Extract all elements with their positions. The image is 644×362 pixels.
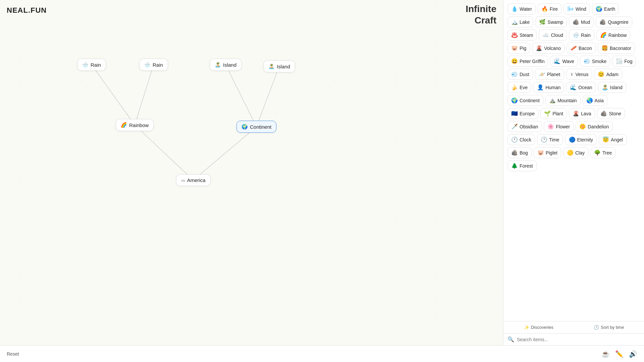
sidebar-item-label: Venus [576, 72, 589, 77]
sidebar-item[interactable]: 🌼Dandelion [576, 121, 612, 132]
sidebar-item-emoji: 🌍 [596, 6, 602, 12]
sidebar-item[interactable]: 🌈Rainbow [596, 29, 630, 41]
sidebar-item[interactable]: 🌊Ocean [566, 82, 596, 93]
search-icon: 🔍 [507, 336, 514, 343]
sidebar-item[interactable]: 🏔️Lake [507, 16, 533, 27]
sidebar-item-emoji: 🌊 [570, 84, 577, 90]
sidebar-item[interactable]: 🐷Piglet [534, 147, 561, 158]
sidebar-item[interactable]: 🪐Planet [535, 69, 564, 80]
sidebar-item-label: Eve [520, 85, 528, 90]
canvas-area[interactable]: NEAL.FUN Infinite Craft 🌧️Rain🌧️Rain🏝️Is… [0, 0, 503, 345]
sidebar-item[interactable]: 🌸Flower [544, 121, 574, 132]
sidebar-item[interactable]: 🪨Mud [569, 16, 594, 27]
sidebar-item-emoji: ⛰️ [549, 97, 556, 104]
sidebar-item-label: Mountain [557, 98, 577, 103]
sidebar-item-label: Ocean [578, 85, 592, 90]
bottom-icon-2[interactable]: 🔊 [629, 350, 637, 358]
canvas-node-continent[interactable]: 🌍Continent [236, 121, 276, 133]
sidebar-item-label: Cloud [551, 33, 563, 38]
sidebar-item-emoji: 🌋 [536, 45, 542, 51]
sidebar-item[interactable]: 💧Water [507, 3, 536, 14]
sidebar-item-emoji: 💨 [511, 71, 518, 77]
sidebar-item[interactable]: 💨Smoke [580, 56, 610, 67]
sidebar-item[interactable]: ♀️Venus [566, 69, 592, 80]
bottom-icon-1[interactable]: ✏️ [615, 350, 624, 358]
sidebar-item[interactable]: 😀Peter Griffin [507, 56, 548, 67]
footer-tab[interactable]: 🕐Sort by time [574, 321, 644, 333]
sidebar-item-label: Lava [581, 111, 591, 116]
canvas-node-rainbow[interactable]: 🌈Rainbow [116, 119, 154, 131]
sidebar-item-label: Steam [520, 33, 533, 38]
sidebar-item-emoji: 🌈 [600, 32, 607, 38]
sidebar-item-emoji: 🐷 [511, 45, 518, 51]
footer-tab[interactable]: ✨Discoveries [503, 321, 574, 333]
node-emoji: 🌧️ [82, 62, 89, 68]
bottom-icon-0[interactable]: ☕ [601, 350, 610, 358]
sidebar-item-label: Continent [520, 98, 540, 103]
sidebar-item-label: Time [549, 137, 559, 142]
sidebar-item[interactable]: 👤Human [533, 82, 564, 93]
sidebar-item[interactable]: 🪨Bog [507, 147, 532, 158]
sidebar-item-emoji: 🌋 [573, 110, 579, 117]
sidebar-item[interactable]: 🌍Earth [592, 3, 619, 14]
sidebar-item-label: Earth [604, 6, 615, 12]
sidebar-item[interactable]: 🟡Clay [563, 147, 588, 158]
connection-line [193, 127, 256, 180]
sidebar-item-emoji: 🌏 [586, 97, 593, 104]
sidebar-item[interactable]: 🐷Pig [507, 43, 530, 54]
search-input[interactable] [517, 337, 640, 342]
canvas-node-rain1[interactable]: 🌧️Rain [77, 59, 106, 71]
sidebar-item[interactable]: 🌍Continent [507, 95, 543, 106]
canvas-node-rain2[interactable]: 🌧️Rain [139, 59, 168, 71]
sidebar-item-label: Rainbow [608, 33, 627, 38]
node-emoji: 🏝️ [268, 63, 275, 69]
sidebar-item-emoji: 🪐 [539, 71, 545, 77]
sidebar-item[interactable]: 🕐Time [537, 134, 563, 145]
canvas-node-america[interactable]: usAmerica [176, 174, 211, 186]
node-flag-text: us [181, 178, 185, 182]
sidebar-footer: ✨Discoveries🕐Sort by time 🔍 [503, 321, 644, 345]
sidebar-item-label: Peter Griffin [520, 59, 544, 64]
sidebar-item[interactable]: ☁️Cloud [539, 29, 567, 41]
sidebar-item[interactable]: 🌋Lava [569, 108, 595, 119]
sidebar-item[interactable]: 🗡️Obsidian [507, 121, 542, 132]
sidebar-item-emoji: 🔥 [541, 6, 548, 12]
canvas-node-island2[interactable]: 🏝️Island [263, 60, 295, 72]
node-label: Rain [153, 62, 163, 68]
sidebar-item[interactable]: 🌋Volcano [532, 43, 565, 54]
sidebar-item[interactable]: 🌬️Wind [564, 3, 590, 14]
sidebar-item[interactable]: 🪨Quagmire [596, 16, 632, 27]
sidebar-item[interactable]: ♨️Steam [507, 29, 537, 41]
sidebar-item[interactable]: 🔥Fire [538, 3, 561, 14]
sidebar-item[interactable]: 🕐Clock [507, 134, 535, 145]
sidebar-item[interactable]: 🥓Bacon [567, 43, 596, 54]
sidebar-item-label: Bog [520, 150, 528, 156]
sidebar-item[interactable]: 🍔Baconator [598, 43, 635, 54]
node-label: Rainbow [129, 122, 149, 128]
sidebar-item[interactable]: 🌫️Fog [612, 56, 636, 67]
sidebar-item[interactable]: ⛰️Mountain [545, 95, 581, 106]
sidebar-item[interactable]: 😇Angel [599, 134, 627, 145]
sidebar-item[interactable]: 🌲Forest [507, 160, 537, 171]
sidebar-item[interactable]: 🇪🇺Europe [507, 108, 538, 119]
sidebar-item[interactable]: 🌧️Rain [569, 29, 594, 41]
sidebar-item[interactable]: 🌊Wave [550, 56, 578, 67]
sidebar-item-label: Wave [562, 59, 574, 64]
sidebar-item[interactable]: 🌿Swamp [535, 16, 567, 27]
sidebar-item[interactable]: 🌏Asia [583, 95, 607, 106]
sidebar-item[interactable]: 😊Adam [594, 69, 622, 80]
sidebar-item[interactable]: 💨Dust [507, 69, 533, 80]
sidebar-item-emoji: 🌲 [511, 163, 518, 169]
canvas-node-island1[interactable]: 🏝️Island [210, 59, 241, 71]
sidebar-item[interactable]: 🪨Stone [597, 108, 625, 119]
sidebar-item[interactable]: 🍌Eve [507, 82, 531, 93]
sidebar-item-emoji: 💧 [511, 6, 518, 12]
reset-button[interactable]: Reset [7, 351, 19, 357]
sidebar-item[interactable]: 🔵Eternity [565, 134, 597, 145]
sidebar-item-label: Asia [595, 98, 604, 103]
sidebar-item-emoji: 🌳 [594, 149, 601, 156]
sidebar-item-label: Tree [602, 150, 612, 156]
sidebar-item[interactable]: 🏝️Island [598, 82, 626, 93]
sidebar-item[interactable]: 🌱Plant [540, 108, 567, 119]
sidebar-item[interactable]: 🌳Tree [590, 147, 615, 158]
